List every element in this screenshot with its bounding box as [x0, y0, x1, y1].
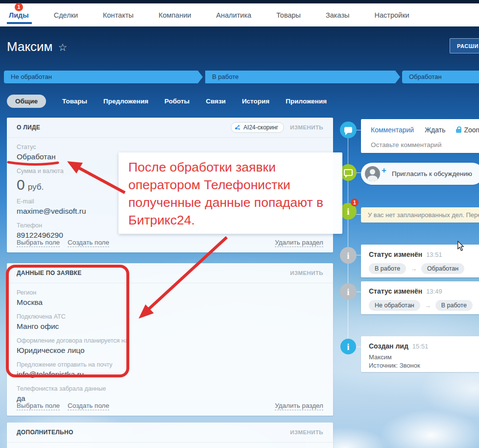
- favorite-star-icon[interactable]: ☆: [58, 42, 67, 53]
- request-edit-link[interactable]: ИЗМЕНИТЬ: [290, 270, 323, 276]
- field-contract: Оформление договора планируется на Юриди…: [17, 337, 323, 355]
- planner-banner[interactable]: У вас нет запланированных дел. Передви: [361, 207, 479, 223]
- field-offer-email: Предложение отправить на почту info@tele…: [17, 361, 323, 379]
- select-field-link[interactable]: Выбрать поле: [17, 239, 60, 247]
- comment-icon[interactable]: [340, 122, 357, 138]
- lead-tabs: Общие Товары Предложения Роботы Связи Ис…: [7, 95, 327, 108]
- field-region: Регион Москва: [17, 289, 323, 307]
- create-field-link[interactable]: Создать поле: [68, 402, 109, 410]
- composer-tab-zoom[interactable]: Zoom: [456, 126, 479, 134]
- nav-item-companies[interactable]: Компании: [159, 11, 192, 19]
- status-pill-to: В работе: [435, 300, 473, 311]
- add-user-plus-icon: +: [382, 166, 386, 175]
- stage-in-progress[interactable]: В работе: [205, 71, 400, 83]
- ai24-icon: [235, 124, 240, 130]
- nav-item-orders[interactable]: Заказы: [326, 11, 349, 19]
- nav-item-leads[interactable]: Лиды 1: [9, 11, 29, 19]
- comment-composer: Комментарий Ждать Zoom Оставьте коммента…: [361, 119, 479, 153]
- nav-item-settings[interactable]: Настройки: [375, 11, 409, 19]
- history-info-icon: i: [340, 247, 357, 264]
- nav-item-products[interactable]: Товары: [276, 11, 301, 19]
- delete-section-link[interactable]: Удалить раздел: [275, 239, 323, 247]
- discussion-icon[interactable]: [340, 164, 357, 181]
- delete-section-link[interactable]: Удалить раздел: [275, 402, 323, 410]
- tab-history[interactable]: История: [242, 98, 269, 105]
- history-info-icon: i: [340, 283, 357, 300]
- arrow-right-icon: →: [425, 302, 431, 309]
- arrow-right-icon: →: [410, 265, 417, 273]
- additional-card-title: ДОПОЛНИТЕЛЬНО: [17, 429, 73, 436]
- stage-not-processed[interactable]: Не обработан: [4, 71, 203, 83]
- nav-item-analytics[interactable]: Аналитика: [216, 11, 251, 19]
- tab-products[interactable]: Товары: [62, 98, 87, 105]
- top-strip: [0, 0, 479, 3]
- avatar-icon: [365, 166, 380, 181]
- tab-quotes[interactable]: Предложения: [103, 98, 148, 105]
- field-pbx: Подключена АТС Манго офис: [17, 313, 323, 331]
- created-info-icon: i: [340, 339, 356, 354]
- event-lead-created: Создан лид 15:51 Максим Источник: Звонок: [361, 336, 479, 372]
- tab-robots[interactable]: Роботы: [165, 98, 190, 105]
- nav-item-contacts[interactable]: Контакты: [103, 11, 134, 19]
- about-card-title: О ЛИДЕ: [17, 124, 40, 131]
- status-pill-from: Не обработан: [369, 300, 420, 311]
- composer-tab-wait[interactable]: Ждать: [425, 126, 445, 134]
- request-data-card: ДАННЫЕ ПО ЗАЯВКЕ ИЗМЕНИТЬ Регион Москва …: [7, 263, 333, 416]
- tab-links[interactable]: Связи: [206, 98, 226, 105]
- expand-mode-button[interactable]: РАСШИ: [450, 38, 479, 53]
- planner-notification-badge: 1: [351, 199, 359, 206]
- lock-icon: [456, 129, 461, 133]
- status-pill-from: В работе: [369, 263, 406, 274]
- lead-name: Максим: [7, 39, 52, 54]
- leads-count-badge: 1: [15, 3, 23, 11]
- composer-tab-comment[interactable]: Комментарий: [371, 126, 414, 134]
- status-pill-to: Обработан: [421, 263, 464, 274]
- stage-processed[interactable]: Обработан: [402, 71, 479, 83]
- ai24-scoring-badge[interactable]: AI24-скоринг: [231, 122, 284, 133]
- tab-general[interactable]: Общие: [7, 95, 46, 108]
- comment-input[interactable]: Оставьте комментарий: [371, 141, 479, 149]
- event-status-changed-1: Статус изменён 13:51 В работе → Обработа…: [361, 245, 479, 277]
- additional-card: ДОПОЛНИТЕЛЬНО ИЗМЕНИТЬ: [7, 423, 333, 448]
- event-status-changed-2: Статус изменён 13:49 Не обработан → В ра…: [361, 281, 479, 314]
- request-card-title: ДАННЫЕ ПО ЗАЯВКЕ: [17, 270, 82, 276]
- field-data-taken: Телефонистка забрала данные да: [17, 385, 323, 403]
- main-nav: Лиды 1 Сделки Контакты Компании Аналитик…: [0, 3, 479, 26]
- additional-edit-link[interactable]: ИЗМЕНИТЬ: [290, 429, 323, 435]
- timeline-line: [348, 130, 348, 347]
- tab-apps[interactable]: Приложения: [286, 98, 327, 105]
- annotation-note: После обработки заявки оператором Телефо…: [119, 152, 342, 234]
- invite-to-discussion-button[interactable]: + Пригласить к обсуждению: [361, 163, 479, 185]
- about-edit-link[interactable]: ИЗМЕНИТЬ: [290, 124, 323, 130]
- page-title: Максим ☆: [7, 39, 67, 54]
- nav-item-deals[interactable]: Сделки: [54, 11, 78, 19]
- select-field-link[interactable]: Выбрать поле: [17, 402, 60, 410]
- timeline-column: Комментарий Ждать Zoom Оставьте коммента…: [361, 118, 479, 372]
- annotation-text: После обработки заявки оператором Телефо…: [128, 158, 337, 229]
- create-field-link[interactable]: Создать поле: [68, 239, 109, 247]
